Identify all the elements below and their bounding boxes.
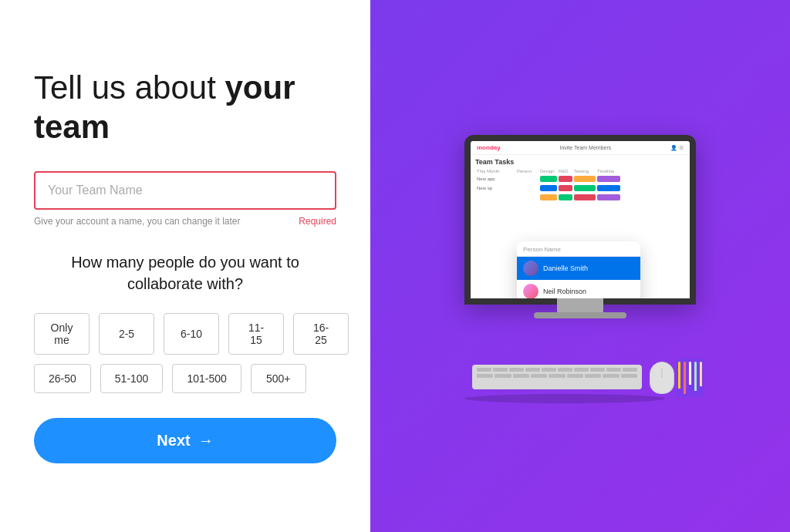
timeline-cell	[597, 176, 620, 182]
screen-body: Team Tasks This Month Person Design R&D …	[471, 155, 690, 206]
option-2-5[interactable]: 2-5	[99, 313, 154, 355]
options-grid: Only me 2-5 6-10 11-15 16-25 26-50 51-10…	[34, 313, 336, 393]
person-name: Neil Robinson	[543, 288, 586, 295]
avatar	[523, 284, 538, 298]
key	[509, 368, 524, 372]
key	[542, 368, 556, 372]
next-button[interactable]: Next →	[34, 418, 336, 463]
options-row-1: Only me 2-5 6-10 11-15 16-25	[34, 313, 336, 355]
input-hint: Give your account a name, you can change…	[34, 216, 241, 227]
key	[590, 368, 605, 372]
monitor-stand	[557, 298, 603, 314]
col-rd: R&D	[559, 169, 572, 173]
testing-cell	[574, 194, 596, 200]
arrow-icon: →	[198, 432, 214, 450]
screen-logo: monday	[477, 144, 501, 151]
table-row	[475, 194, 685, 201]
rd-cell	[559, 176, 572, 182]
key	[574, 368, 589, 372]
required-label: Required	[299, 216, 336, 227]
key	[525, 368, 540, 372]
option-only-me[interactable]: Only me	[34, 313, 89, 355]
testing-cell	[574, 176, 596, 182]
pencil	[678, 362, 680, 389]
rd-cell	[559, 194, 572, 200]
monitor-base	[534, 312, 626, 318]
col-testing: Testing	[574, 169, 596, 173]
key	[477, 374, 493, 378]
mouse	[650, 362, 674, 394]
option-101-500[interactable]: 101-500	[172, 364, 241, 393]
input-hint-row: Give your account a name, you can change…	[34, 216, 336, 227]
key	[558, 368, 572, 372]
design-cell	[540, 176, 557, 182]
table-row: New app	[475, 175, 685, 183]
pencil	[684, 362, 686, 394]
timeline-cell	[597, 194, 620, 200]
pencil	[689, 362, 691, 385]
timeline-cell	[597, 185, 620, 191]
team-name-input[interactable]	[34, 171, 336, 210]
key	[623, 368, 637, 372]
right-panel: monday Invite Team Members 👤 ⚙ Team Task…	[370, 0, 790, 532]
row-label: New app	[477, 177, 515, 181]
col-this-month: This Month	[477, 169, 515, 173]
key-row	[477, 374, 637, 378]
key	[606, 368, 621, 372]
invite-label: Invite Team Members	[559, 145, 611, 150]
pencil	[700, 362, 702, 386]
key	[585, 374, 601, 378]
row-label: New sp	[477, 186, 515, 190]
col-person: Person	[517, 169, 538, 173]
popup-header: Person Name	[517, 241, 640, 257]
key	[549, 374, 565, 378]
col-timeline: Timeline	[597, 169, 620, 173]
monitor-illustration: monday Invite Team Members 👤 ⚙ Team Task…	[449, 120, 711, 412]
col-design: Design	[540, 169, 557, 173]
screen-header: monday Invite Team Members 👤 ⚙	[471, 141, 690, 155]
key	[531, 374, 547, 378]
avatar	[523, 261, 538, 276]
person-popup: Person Name Danielle Smith Neil Robinson	[517, 241, 640, 298]
options-row-2: 26-50 51-100 101-500 500+	[34, 364, 336, 393]
collaborate-question: How many people do you want to collabora…	[34, 251, 336, 295]
key-row	[477, 368, 637, 372]
design-cell	[540, 185, 557, 191]
pencils	[677, 362, 703, 394]
page-heading: Tell us about your team	[34, 69, 336, 146]
testing-cell	[574, 185, 596, 191]
key	[495, 374, 511, 378]
key	[567, 374, 583, 378]
table-headers: This Month Person Design R&D Testing Tim…	[475, 169, 685, 173]
left-panel: Tell us about your team Give your accoun…	[0, 0, 370, 532]
key	[493, 368, 508, 372]
keyboard	[472, 365, 642, 389]
design-cell	[540, 194, 557, 200]
popup-row: Danielle Smith	[517, 257, 640, 280]
option-16-25[interactable]: 16-25	[293, 313, 349, 355]
board-title: Team Tasks	[475, 158, 685, 166]
monitor: monday Invite Team Members 👤 ⚙ Team Task…	[464, 135, 696, 305]
option-500-plus[interactable]: 500+	[251, 364, 306, 393]
pencil	[694, 362, 697, 391]
next-label: Next	[157, 432, 190, 450]
person-name: Danielle Smith	[543, 264, 588, 272]
heading-light: Tell us about	[34, 69, 225, 106]
pencil-cup	[676, 359, 704, 397]
option-51-100[interactable]: 51-100	[100, 364, 164, 393]
table-row: New sp	[475, 184, 685, 192]
option-6-10[interactable]: 6-10	[164, 313, 219, 355]
option-26-50[interactable]: 26-50	[34, 364, 91, 393]
mouse-line	[662, 369, 663, 378]
option-11-15[interactable]: 11-15	[228, 313, 284, 355]
monitor-screen: monday Invite Team Members 👤 ⚙ Team Task…	[471, 141, 690, 298]
key	[621, 374, 637, 378]
popup-row: Neil Robinson	[517, 280, 640, 298]
ground-shadow	[464, 394, 665, 403]
rd-cell	[559, 185, 572, 191]
key	[477, 368, 491, 372]
key	[603, 374, 619, 378]
user-icon: 👤 ⚙	[670, 145, 684, 151]
key	[513, 374, 529, 378]
